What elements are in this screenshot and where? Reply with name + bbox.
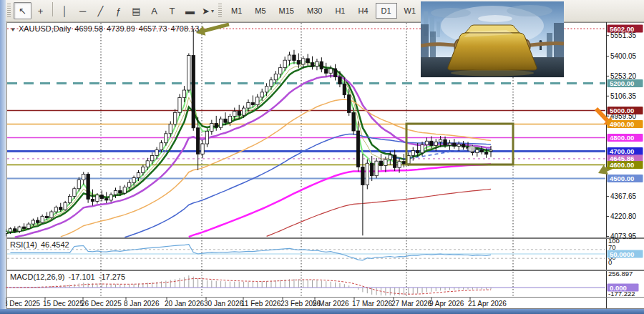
svg-text:21 Apr 2026: 21 Apr 2026 <box>468 300 507 308</box>
tool-text-button[interactable]: A <box>145 2 163 19</box>
toolbar-separator <box>52 2 53 16</box>
svg-text:4367.65: 4367.65 <box>610 192 637 200</box>
tool-rectangle-tool-button[interactable]: ▬ <box>181 2 199 19</box>
svg-text:4800.00: 4800.00 <box>610 134 634 142</box>
gold-bar-image <box>421 1 564 77</box>
symbol-ohlc-header[interactable]: ▼XAUUSD,Daily4699.584739.894657.734708.1… <box>10 24 203 33</box>
timeframe-D1-button[interactable]: D1 <box>376 3 397 19</box>
low-value: 4657.73 <box>139 24 167 33</box>
tool-horizontal-line-button[interactable]: ─ <box>74 2 92 19</box>
svg-text:256.897: 256.897 <box>608 270 633 278</box>
macd-current-value: -17.101 <box>68 273 94 281</box>
close-value: 4708.13 <box>171 24 200 33</box>
svg-text:50.0000: 50.0000 <box>610 250 634 258</box>
timeframe-H4-button[interactable]: H4 <box>352 3 374 19</box>
svg-text:9 Apr 2026: 9 Apr 2026 <box>429 300 464 308</box>
svg-text:30 Jan 2026: 30 Jan 2026 <box>204 300 243 308</box>
toolbar-grip-2[interactable] <box>218 4 222 18</box>
timeframe-H1-button[interactable]: H1 <box>329 3 351 19</box>
rsi-name: RSI(14) <box>10 240 37 249</box>
window-left-edge <box>0 0 6 314</box>
svg-text:5602.00: 5602.00 <box>610 25 634 33</box>
macd-name: MACD(12,26,9) <box>10 273 64 281</box>
svg-text:5551.35: 5551.35 <box>610 31 637 39</box>
svg-text:8 Jan 2026: 8 Jan 2026 <box>124 300 160 308</box>
svg-text:17 Mar 2026: 17 Mar 2026 <box>352 300 393 308</box>
svg-text:5000.00: 5000.00 <box>610 107 634 114</box>
drawing-tools-group: ↖+│─╱ƒ▤AT▬➤▾ <box>14 2 217 19</box>
trading-terminal-window: ↖+│─╱ƒ▤AT▬➤▾ M1M5M15M30H1H4D1W1MN 5551.3… <box>0 0 644 314</box>
tool-fibonacci-retracement-button[interactable]: ƒ <box>109 2 127 19</box>
svg-text:0.000: 0.000 <box>610 284 627 292</box>
high-value: 4739.89 <box>107 24 135 33</box>
symbol-dropdown-icon[interactable]: ▼ <box>10 26 16 33</box>
svg-text:15 Dec 2025: 15 Dec 2025 <box>43 300 84 308</box>
rsi-indicator-label: RSI(14)46.4542 <box>10 240 73 249</box>
date-axis[interactable]: 3 Dec 202515 Dec 202526 Dec 20258 Jan 20… <box>4 298 507 308</box>
timeframes-group: M1M5M15M30H1H4D1W1MN <box>225 3 447 19</box>
timeframe-M1-button[interactable]: M1 <box>225 3 248 19</box>
tool-fibonacci-lines-button[interactable]: ▤ <box>127 2 145 19</box>
svg-text:5 Mar 2026: 5 Mar 2026 <box>313 300 349 308</box>
dropdown-arrow-icon[interactable]: ▾ <box>211 8 214 14</box>
macd-signal-value: -17.275 <box>99 273 125 281</box>
svg-text:5400.05: 5400.05 <box>610 52 637 60</box>
rsi-current-value: 46.4542 <box>41 240 69 249</box>
timeframe-M30-button[interactable]: M30 <box>301 3 328 19</box>
tool-arrow-objects-button[interactable]: ➤▾ <box>199 2 217 19</box>
svg-text:4220.80: 4220.80 <box>610 212 637 220</box>
svg-text:0: 0 <box>608 258 612 266</box>
timeframe-W1-button[interactable]: W1 <box>399 3 422 19</box>
macd-indicator-label: MACD(12,26,9)-17.101-17.275 <box>10 273 129 281</box>
svg-text:4900.00: 4900.00 <box>610 120 634 128</box>
svg-text:5106.35: 5106.35 <box>610 92 637 100</box>
tool-text-label-button[interactable]: T <box>163 2 181 19</box>
timeframe-M15-button[interactable]: M15 <box>273 3 300 19</box>
svg-text:5200.00: 5200.00 <box>610 79 634 87</box>
tool-crosshair-button[interactable]: + <box>31 2 49 19</box>
svg-text:4500.00: 4500.00 <box>610 175 634 182</box>
window-bottom-edge <box>0 309 644 314</box>
svg-text:26 Dec 2025: 26 Dec 2025 <box>81 300 122 308</box>
svg-text:27 Mar 2026: 27 Mar 2026 <box>391 300 432 308</box>
svg-text:20 Jan 2026: 20 Jan 2026 <box>165 300 204 308</box>
tool-cursor-button[interactable]: ↖ <box>14 2 31 19</box>
toolbar-grip[interactable] <box>7 4 11 18</box>
symbol-name: XAUUSD,Daily <box>19 24 71 33</box>
svg-text:11 Feb 2026: 11 Feb 2026 <box>241 300 281 308</box>
ellipse-marker[interactable] <box>468 146 475 152</box>
tool-vertical-line-button[interactable]: │ <box>56 2 74 19</box>
tool-trendline-button[interactable]: ╱ <box>92 2 109 19</box>
svg-text:4600.00: 4600.00 <box>610 161 634 169</box>
open-value: 4699.58 <box>74 24 103 33</box>
timeframe-M5-button[interactable]: M5 <box>249 3 271 19</box>
svg-text:3 Dec 2025: 3 Dec 2025 <box>4 300 41 308</box>
